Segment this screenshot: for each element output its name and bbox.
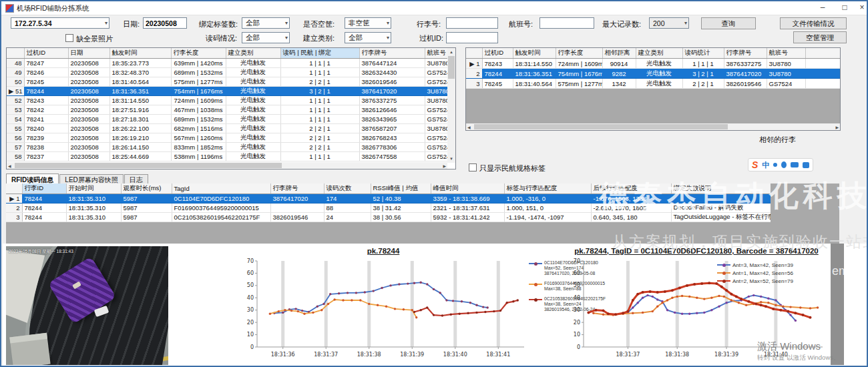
max-records-select[interactable]: 200▾ xyxy=(649,17,689,29)
data-point xyxy=(459,313,461,315)
create-type-select[interactable]: 全部▾ xyxy=(345,32,391,43)
cell: 20230508 xyxy=(68,115,110,124)
table-row[interactable]: 37824418:31:35.31059870C2105382601954622… xyxy=(6,213,771,222)
empty-basket-select[interactable]: 非空筐▾ xyxy=(345,17,391,29)
table-row[interactable]: 50782452023050818:31:40.564575mm | 1277m… xyxy=(7,77,447,87)
column-header[interactable]: 行李牌号 xyxy=(359,48,425,59)
column-header[interactable]: RSSI峰值 | 均值 xyxy=(371,184,431,194)
bind-tag-select[interactable]: 全部▾ xyxy=(242,17,290,29)
minimize-button[interactable]: – xyxy=(813,2,833,13)
scroll-down-icon[interactable]: ▼ xyxy=(449,156,453,161)
table-row[interactable]: 27824418:31:35.3105987F01690037644959200… xyxy=(6,204,771,213)
microphone-icon[interactable] xyxy=(781,161,787,168)
close-button[interactable]: × xyxy=(857,2,867,13)
data-point xyxy=(385,306,387,308)
file-transfer-button[interactable]: 文件传输情况 xyxy=(780,17,847,29)
column-header[interactable]: 读码次数 xyxy=(324,184,371,194)
column-header[interactable]: 相邻距离 xyxy=(602,48,636,59)
column-header[interactable]: 绑定失败说明 xyxy=(671,184,771,194)
data-point xyxy=(592,312,594,314)
column-header[interactable] xyxy=(805,48,840,59)
cell: 3876417020 xyxy=(724,69,767,79)
column-header[interactable]: 建立类别 xyxy=(226,48,280,59)
cell: DecodeFailed - 解码失败 xyxy=(671,204,771,213)
column-header[interactable]: 行李牌号 xyxy=(270,184,324,194)
column-header[interactable] xyxy=(7,48,24,59)
civil-only-checkbox[interactable]: 只显示民航规格标签 xyxy=(469,161,546,173)
empty-basket-mgmt-button[interactable]: 空筐管理 xyxy=(793,31,847,43)
column-header[interactable]: 后续行李匹配度 xyxy=(591,184,671,194)
column-header[interactable]: TagId xyxy=(172,184,270,194)
table-row[interactable]: 56782392023050818:26:19.210567mm | 1260m… xyxy=(7,133,447,143)
column-header[interactable]: 读码统计 xyxy=(682,48,724,59)
column-header[interactable]: 峰值时间 xyxy=(431,184,504,194)
rfid-panel: RFID读码信息LED屏幕内容快照日志 行李ID开始时间观察时长(ms)TagI… xyxy=(6,173,839,244)
scroll-left-icon[interactable]: ◀ xyxy=(8,163,11,169)
column-header[interactable]: 建立类别 xyxy=(636,48,682,59)
table-row[interactable]: ▶ 17824318:31:14.550724mm | 1609ms90914光… xyxy=(466,59,840,69)
table-row[interactable]: 49782462023050818:32:48.370689mm | 1532m… xyxy=(7,68,447,77)
table-row[interactable]: 54782412023050818:27:18.301689mm | 1532m… xyxy=(7,115,447,124)
missing-photo-checkbox[interactable]: 缺全景照片 xyxy=(65,32,113,44)
ime-language-toggle[interactable]: 中 xyxy=(762,160,769,170)
table-row[interactable]: 57782382023050818:26:14.150833mm | 1852m… xyxy=(7,143,447,152)
title-bar[interactable]: 机场RFID辅助分拣系统 – □ × xyxy=(1,1,867,15)
sogou-logo-icon[interactable]: S xyxy=(752,159,758,170)
column-header[interactable]: 标签与行李匹配度 xyxy=(504,184,591,194)
column-header[interactable]: 行李牌号 xyxy=(724,48,767,59)
horizontal-scrollbar[interactable]: ◀ ▶ xyxy=(7,162,447,169)
ime-toolbar[interactable]: S 中 xyxy=(748,158,813,171)
scroll-right-icon[interactable]: ▶ xyxy=(835,125,839,130)
cell: 18:27:18.301 xyxy=(110,115,171,124)
column-header[interactable]: 航班号 xyxy=(425,48,447,59)
column-header[interactable]: 行李长度 xyxy=(171,48,226,59)
table-row[interactable]: 27824418:31:36.351754mm | 1676ms9282光电触发… xyxy=(466,69,840,79)
column-header[interactable]: 航班号 xyxy=(767,48,805,59)
data-point xyxy=(710,309,712,311)
column-header[interactable]: 日期 xyxy=(68,48,110,59)
data-point xyxy=(426,283,428,285)
machine-id-input[interactable] xyxy=(446,32,498,43)
column-header[interactable] xyxy=(466,48,482,59)
column-header[interactable]: 读码 | 民航 | 绑定 xyxy=(280,48,359,59)
table-row[interactable]: 55782402023050818:26:22.100682mm | 1516m… xyxy=(7,124,447,133)
column-header[interactable]: 行李长度 xyxy=(556,48,602,59)
column-header[interactable] xyxy=(6,184,22,194)
data-grid: 过机ID日期触发时间行李长度建立类别读码 | 民航 | 绑定行李牌号航班号标签数… xyxy=(7,48,447,161)
column-header[interactable]: 过机ID xyxy=(24,48,68,59)
scroll-up-icon[interactable]: ▲ xyxy=(449,49,453,55)
scroll-left-icon[interactable]: ◀ xyxy=(467,125,471,130)
column-header[interactable]: 行李ID xyxy=(22,184,66,194)
read-code-select[interactable]: 全部▾ xyxy=(242,32,290,43)
query-button[interactable]: 查询 xyxy=(701,17,756,29)
keyboard-icon[interactable] xyxy=(791,162,799,167)
table-row[interactable]: 52782432023050818:31:14.550724mm | 1609m… xyxy=(7,96,447,105)
maximize-button[interactable]: □ xyxy=(835,2,855,13)
pen-icon[interactable] xyxy=(773,163,777,167)
cell: GS7524 xyxy=(425,105,447,115)
flight-no-input[interactable] xyxy=(539,17,594,29)
column-header[interactable]: 观察时长(ms) xyxy=(121,184,172,194)
horizontal-scrollbar[interactable]: ◀ ▶ xyxy=(466,123,840,130)
toolbox-icon[interactable] xyxy=(803,162,809,168)
data-point xyxy=(708,282,710,284)
table-row[interactable]: 37824518:31:40.564575mm | 1277ms1342光电触发… xyxy=(466,79,840,89)
cell: 18:27:51.916 xyxy=(110,105,171,115)
luggage-no-input[interactable] xyxy=(446,17,498,29)
table-row[interactable]: 48782472023050818:35:23.773639mm | 1420m… xyxy=(7,59,447,68)
column-header[interactable]: 过机ID xyxy=(482,48,513,59)
column-header[interactable]: 开始时间 xyxy=(66,184,121,194)
column-header[interactable]: 触发时间 xyxy=(513,48,556,59)
column-header[interactable]: 触发时间 xyxy=(110,48,171,59)
vertical-scrollbar[interactable]: ▲ ▼ xyxy=(447,48,455,163)
table-row[interactable]: 53782422023050818:27:51.916467mm | 1038m… xyxy=(7,105,447,115)
table-row[interactable]: ▶ 51782442023050818:31:36.351754mm | 167… xyxy=(7,87,447,96)
data-point xyxy=(411,309,413,311)
table-row[interactable]: 58782372023050818:25:44.669538mm | 1196m… xyxy=(7,152,447,161)
server-ip-select[interactable]: 172.27.5.34▾ xyxy=(11,17,110,29)
data-point xyxy=(301,310,303,312)
date-input[interactable] xyxy=(143,17,187,29)
table-row[interactable]: ▶ 17824418:31:35.31059870C1104E70D6DFC12… xyxy=(6,194,771,204)
cell: 18:31:35.310 xyxy=(66,204,121,213)
scroll-right-icon[interactable]: ▶ xyxy=(443,163,446,169)
